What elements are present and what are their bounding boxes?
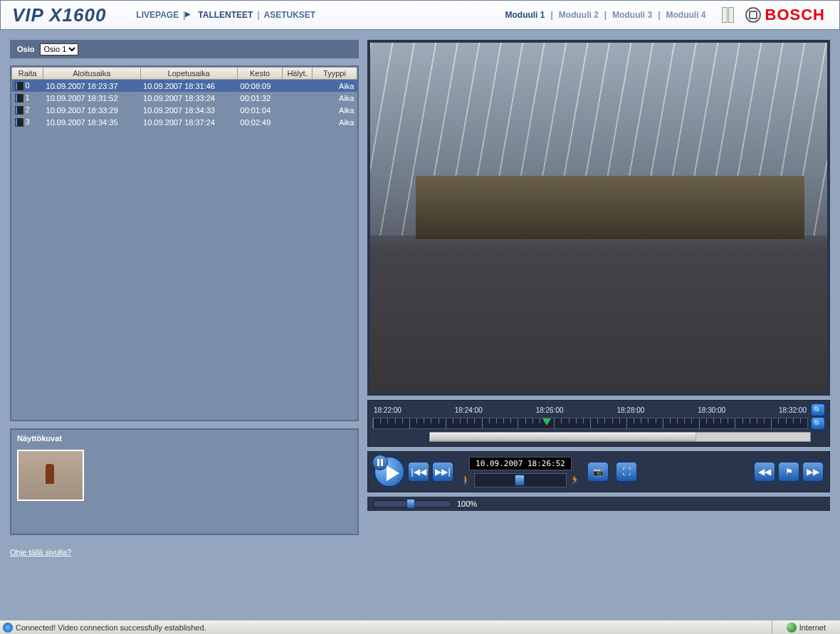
playback-controls: |◀◀ ▶▶| 10.09.2007 18:26:52 🚶 🏃 📷 ⛶ ◀◀ ⚑… — [367, 451, 830, 492]
table-row[interactable]: 010.09.2007 18:23:3710.09.2007 18:31:460… — [12, 80, 357, 93]
right-column: 18:22:0018:24:0018:26:0018:28:0018:30:00… — [367, 40, 830, 610]
video-player[interactable] — [367, 40, 830, 396]
skip-start-button[interactable]: |◀◀ — [408, 462, 429, 482]
col-start[interactable]: Aloitusaika — [43, 68, 140, 80]
timeline-ruler[interactable] — [372, 418, 808, 429]
status-text: Connected! Video connection successfully… — [16, 623, 206, 632]
film-icon — [15, 82, 23, 90]
fast-forward-button[interactable]: ▶▶ — [802, 462, 824, 482]
col-alarm[interactable]: Hälyt. — [283, 68, 313, 80]
partition-select[interactable]: Osio 1 — [40, 43, 78, 56]
module-tabs: Moduuli 1 | Moduuli 2 | Moduuli 3 | Modu… — [502, 10, 715, 20]
snapshot-button[interactable]: 📷 — [587, 462, 609, 482]
zone-text: Internet — [799, 623, 826, 632]
recordings-panel: Raita Aloitusaika Lopetusaika Kesto Häly… — [10, 65, 359, 421]
main-nav: LIVEPAGE | ▶ TALLENTEET | ASETUKSET — [117, 10, 320, 20]
browser-icon — [3, 623, 13, 633]
timeline-tick-label: 18:30:00 — [698, 406, 725, 414]
nav-livepage[interactable]: LIVEPAGE — [132, 10, 183, 20]
nav-recordings[interactable]: TALLENTEET — [194, 10, 257, 20]
header-bar: VIP X1600 LIVEPAGE | ▶ TALLENTEET | ASET… — [0, 0, 840, 30]
module-2[interactable]: Moduuli 2 — [556, 10, 602, 20]
fullscreen-button[interactable]: ⛶ — [616, 462, 637, 482]
recordings-table: Raita Aloitusaika Lopetusaika Kesto Häly… — [11, 67, 357, 128]
timeline-zoom-in-button[interactable]: 🔍 — [811, 403, 825, 416]
screenshot-thumbnail[interactable] — [17, 450, 84, 501]
bookmark-button[interactable]: ⚑ — [778, 462, 799, 482]
help-link[interactable]: Ohje tällä sivulla? — [10, 542, 359, 556]
col-duration[interactable]: Kesto — [238, 68, 283, 80]
speed-fast-icon: 🏃 — [569, 475, 580, 485]
zoom-slider[interactable] — [373, 500, 451, 507]
speed-slider[interactable] — [474, 473, 567, 487]
timeline-tick-label: 18:22:00 — [374, 406, 401, 414]
timeline-panel: 18:22:0018:24:0018:26:0018:28:0018:30:00… — [367, 400, 830, 447]
module-3[interactable]: Moduuli 3 — [609, 10, 655, 20]
col-end[interactable]: Lopetusaika — [140, 68, 237, 80]
pause-button[interactable] — [372, 455, 388, 470]
main-area: Osio Osio 1 Raita Aloitusaika Lopetusaik… — [0, 30, 840, 620]
partition-selector-bar: Osio Osio 1 — [10, 40, 359, 58]
status-bar: Connected! Video connection successfully… — [0, 620, 840, 634]
film-icon — [15, 118, 23, 127]
bosch-anchor-icon — [745, 7, 761, 23]
play-button[interactable] — [374, 456, 405, 487]
col-track[interactable]: Raita — [12, 68, 43, 80]
brand-text: BOSCH — [765, 6, 825, 24]
product-name: VIP X1600 — [1, 4, 117, 26]
screenshots-title: Näyttökuvat — [11, 430, 357, 447]
brand-logo: BOSCH — [740, 6, 839, 24]
col-type[interactable]: Tyyppi — [312, 68, 357, 80]
security-zone: Internet — [772, 620, 840, 634]
speed-slow-icon: 🚶 — [461, 475, 471, 485]
signal-indicator-icon — [716, 7, 740, 23]
nav-settings[interactable]: ASETUKSET — [260, 10, 320, 20]
timeline-scrollbar[interactable] — [429, 432, 811, 442]
module-4[interactable]: Moduuli 4 — [663, 10, 709, 20]
table-row[interactable]: 310.09.2007 18:34:3510.09.2007 18:37:240… — [12, 116, 357, 128]
video-content — [370, 43, 827, 393]
table-row[interactable]: 210.09.2007 18:33:2910.09.2007 18:34:330… — [12, 104, 357, 116]
timeline-tick-label: 18:26:00 — [536, 406, 564, 414]
timeline-tick-label: 18:28:00 — [616, 406, 644, 414]
zoom-value: 100% — [457, 500, 477, 508]
partition-label: Osio — [17, 45, 34, 53]
nav-active-indicator-icon: ▶ — [185, 10, 191, 20]
film-icon — [15, 106, 23, 115]
timeline-tick-label: 18:24:00 — [455, 406, 483, 414]
timeline-tick-label: 18:32:00 — [779, 406, 807, 414]
timeline-zoom-out-button[interactable]: 🔍 — [811, 417, 825, 430]
table-row[interactable]: 110.09.2007 18:31:5210.09.2007 18:33:240… — [12, 92, 357, 104]
module-1[interactable]: Moduuli 1 — [502, 10, 547, 20]
timeline-labels: 18:22:0018:24:0018:26:0018:28:0018:30:00… — [372, 406, 808, 414]
rewind-button[interactable]: ◀◀ — [754, 462, 775, 482]
playback-timestamp: 10.09.2007 18:26:52 — [469, 457, 572, 470]
globe-icon — [787, 623, 797, 633]
film-icon — [15, 94, 23, 102]
skip-end-button[interactable]: ▶▶| — [432, 462, 453, 482]
screenshots-panel: Näyttökuvat — [10, 428, 359, 535]
left-column: Osio Osio 1 Raita Aloitusaika Lopetusaik… — [10, 40, 359, 610]
zoom-bar: 100% — [367, 497, 830, 511]
